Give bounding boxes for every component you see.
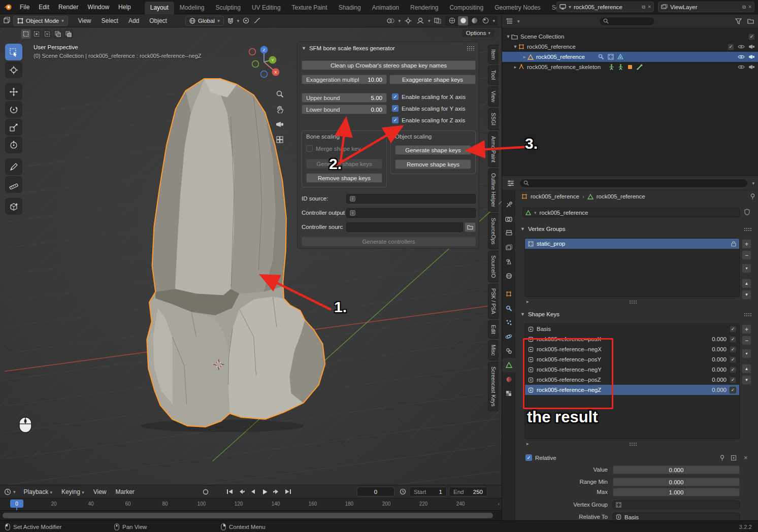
shape-key-row[interactable]: rock005-reference--posX 0.000 ✓ — [525, 334, 739, 344]
expand-icon[interactable]: ▸ — [521, 54, 528, 59]
sidebar-tab-outline-helper[interactable]: Outline Helper — [488, 169, 499, 212]
tab-tool[interactable] — [502, 197, 515, 212]
gizmo-neg-z[interactable] — [261, 71, 268, 78]
tool-scale[interactable] — [5, 119, 22, 136]
timeline-scrollbar[interactable] — [0, 510, 502, 520]
sidebar-tab-ssgi[interactable]: SSGI — [488, 108, 499, 130]
tab-render[interactable] — [502, 212, 515, 226]
remove-shape-key-button[interactable]: − — [742, 336, 751, 345]
play-button[interactable] — [260, 487, 270, 496]
shape-key-row[interactable]: rock005-reference--negX 0.000 ✓ — [525, 344, 739, 354]
controller-source-field[interactable] — [346, 222, 463, 232]
remove-vertex-group-button[interactable]: − — [742, 250, 751, 260]
tool-move[interactable] — [5, 83, 22, 100]
sidebar-tab-screencast-keys[interactable]: Screencast Keys — [488, 362, 499, 411]
panel-options-dots[interactable] — [744, 227, 752, 231]
transform-orientation-dropdown[interactable]: Global ▾ — [185, 16, 224, 26]
sidebar-tab-sourceops[interactable]: SourceOps — [488, 213, 499, 249]
shield-icon[interactable] — [744, 209, 750, 215]
move-up-button[interactable]: ▲ — [742, 279, 751, 288]
shape-key-checkbox[interactable]: ✓ — [730, 346, 736, 353]
vertex-group-specials-button[interactable]: ▾ — [742, 263, 751, 273]
menu-select[interactable]: Select — [97, 17, 122, 24]
folder-browse-icon[interactable] — [465, 222, 476, 232]
outliner-row-object[interactable]: ▼ rock005_reference ✓ — [502, 42, 758, 52]
scrollbar-thumb[interactable] — [3, 513, 493, 518]
enable-z-checkbox[interactable]: ✓ Enable scaling for Z axis — [392, 117, 465, 123]
range-max-field[interactable]: 1.000 — [613, 488, 740, 496]
tab-texture[interactable] — [502, 386, 515, 401]
menu-marker[interactable]: Marker — [111, 488, 138, 495]
cleanup-shapekeys-button[interactable]: Clean up Crowbar's stereo shape key name… — [302, 60, 476, 70]
menu-edit[interactable]: Edit — [34, 4, 54, 11]
tab-geometry-nodes[interactable]: Geometry Nodes — [489, 2, 546, 14]
chevron-down-icon[interactable]: ▾ — [13, 489, 16, 494]
outliner-search-input[interactable] — [599, 17, 655, 26]
shape-key-row[interactable]: rock005-reference--posY 0.000 ✓ — [525, 354, 739, 364]
shape-key-value[interactable]: 0.000 — [688, 356, 727, 362]
new-collection-icon[interactable] — [746, 17, 755, 26]
camera-visibility-icon[interactable] — [748, 64, 755, 70]
menu-view[interactable]: View — [74, 17, 95, 24]
shape-key-checkbox[interactable]: ✓ — [730, 387, 736, 393]
shading-dropdown-icon[interactable]: ▾ — [491, 18, 496, 23]
collapse-icon[interactable]: ▼ — [302, 46, 306, 51]
merge-shapekeys-checkbox[interactable]: Merge shape key — [306, 145, 360, 152]
tab-modifiers[interactable] — [502, 301, 515, 315]
eye-icon[interactable] — [738, 54, 745, 59]
tab-view-layer[interactable] — [502, 240, 515, 254]
resize-grip-dots[interactable] — [629, 300, 637, 304]
enable-y-checkbox[interactable]: ✓ Enable scaling for Y axis — [392, 105, 466, 112]
properties-search-input[interactable] — [519, 179, 748, 188]
gizmos-toggle-icon[interactable] — [404, 16, 413, 25]
expand-icon[interactable]: ▸ — [512, 64, 518, 70]
mesh-name-field[interactable]: ▾ rock005_reference — [522, 208, 740, 217]
shape-key-row-active[interactable]: rock005-reference--negZ 0.000 ✓ — [525, 385, 739, 395]
shading-wireframe-icon[interactable] — [447, 16, 457, 25]
orthographic-toggle-icon[interactable] — [274, 134, 285, 145]
tab-material[interactable] — [502, 372, 515, 386]
shape-key-row[interactable]: rock005-reference--posZ 0.000 ✓ — [525, 375, 739, 385]
shape-key-checkbox[interactable]: ✓ — [730, 336, 736, 343]
camera-visibility-icon[interactable] — [748, 54, 755, 59]
snap-magnet-icon[interactable] — [226, 16, 235, 25]
menu-render[interactable]: Render — [54, 4, 83, 11]
region-toggle-icon[interactable]: ‹ — [498, 501, 500, 507]
tab-constraints[interactable] — [502, 344, 515, 358]
menu-view-timeline[interactable]: View — [89, 488, 111, 495]
sidebar-tab-tool[interactable]: Tool — [488, 65, 499, 84]
shape-key-value[interactable]: 0.000 — [688, 377, 727, 383]
scene-close-icon[interactable]: × — [648, 4, 651, 10]
camera-visibility-icon[interactable] — [748, 44, 755, 49]
outliner-row-skeleton[interactable]: ▸ rock005_reference_skeleton — [502, 62, 758, 72]
editor-type-icon[interactable] — [2, 16, 11, 25]
add-vertex-group-button[interactable]: + — [742, 239, 751, 249]
add-shape-key-button[interactable]: + — [742, 324, 751, 334]
tab-shading[interactable]: Shading — [333, 2, 367, 14]
sidebar-tab-item[interactable]: Item — [488, 45, 499, 64]
sidebar-tab-psk-psa[interactable]: PSK / PSA — [488, 284, 499, 319]
menu-playback[interactable]: Playback ▾ — [20, 488, 57, 495]
filter-funnel-icon[interactable] — [734, 17, 743, 26]
camera-view-icon[interactable] — [274, 119, 285, 130]
menu-object[interactable]: Object — [145, 17, 171, 24]
sidebar-tab-edit[interactable]: Edit — [488, 320, 499, 339]
controller-output-field[interactable] — [346, 208, 476, 218]
collection-checkbox[interactable]: ✓ — [748, 34, 755, 40]
gizmo-x-axis[interactable]: X — [274, 70, 277, 75]
jump-to-start-button[interactable] — [225, 487, 235, 496]
prev-keyframe-button[interactable] — [237, 487, 247, 496]
tool-select-box[interactable] — [5, 44, 22, 60]
select-mode-set-icon[interactable] — [21, 29, 30, 39]
upper-bound-field[interactable]: Upper bound 5.00 — [302, 93, 387, 103]
mode-dropdown[interactable]: Object Mode ▾ — [13, 16, 68, 26]
expand-icon[interactable]: ▼ — [505, 34, 511, 39]
outliner-editor-icon[interactable] — [505, 17, 514, 26]
exaggeration-field[interactable]: Exaggeration multipl 10.00 — [302, 75, 387, 84]
tab-animation[interactable]: Animation — [367, 2, 405, 14]
select-mode-subtract-icon[interactable] — [43, 29, 52, 39]
select-mode-intersect-icon[interactable] — [64, 29, 73, 39]
snap-dropdown-icon[interactable]: ▾ — [237, 18, 240, 23]
shading-material-icon[interactable] — [469, 16, 479, 25]
gizmo-neg-x[interactable] — [249, 49, 256, 55]
